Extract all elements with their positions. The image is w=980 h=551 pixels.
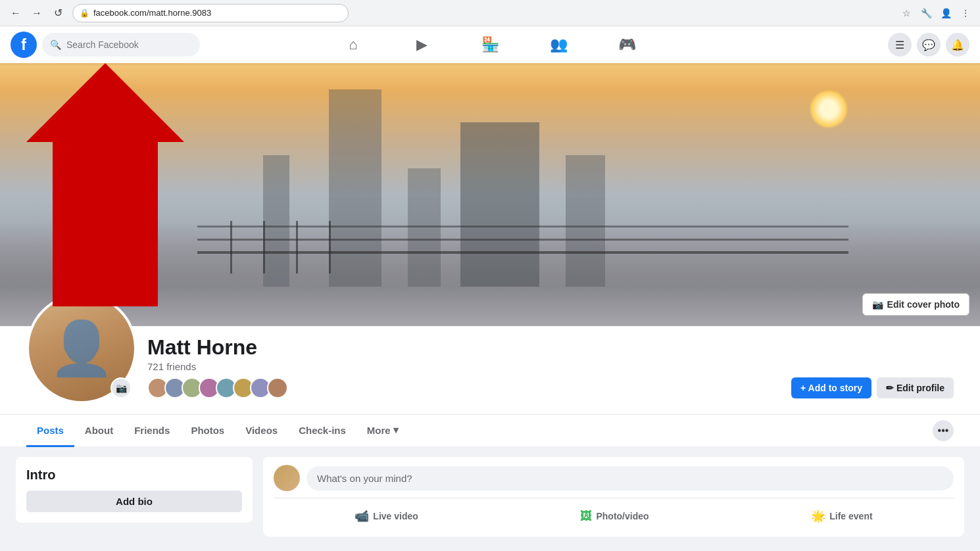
tab-friends[interactable]: Friends bbox=[124, 416, 180, 447]
avatar-camera-button[interactable]: 📷 bbox=[110, 377, 132, 398]
add-bio-label: Add bio bbox=[116, 496, 153, 507]
gaming-icon: 🎮 bbox=[618, 36, 636, 53]
intro-title: Intro bbox=[26, 467, 242, 483]
edit-profile-button[interactable]: ✏ Edit profile bbox=[877, 377, 954, 398]
building-2 bbox=[329, 89, 381, 287]
sun-decoration bbox=[809, 89, 848, 129]
search-bar[interactable]: 🔍 bbox=[42, 33, 200, 57]
nav-groups[interactable]: 👥 bbox=[526, 29, 591, 60]
refresh-button[interactable]: ↺ bbox=[49, 4, 67, 22]
live-video-action[interactable]: 📹 Live video bbox=[347, 504, 426, 529]
nav-watch[interactable]: ▶ bbox=[389, 29, 454, 60]
url-text: facebook.com/matt.horne.9083 bbox=[93, 8, 211, 18]
add-to-story-button[interactable]: + Add to story bbox=[791, 377, 871, 398]
bookmark-button[interactable]: ☆ bbox=[898, 5, 914, 21]
tab-more-label: More bbox=[367, 425, 391, 436]
tabs-more-options-button[interactable]: ••• bbox=[933, 420, 954, 441]
fence-bar-2 bbox=[197, 239, 848, 241]
photo-video-action[interactable]: 🖼 Photo/video bbox=[572, 504, 656, 529]
facebook-logo[interactable]: f bbox=[11, 32, 37, 58]
avatar-wrapper: 👤 📷 bbox=[26, 293, 137, 404]
building-4 bbox=[460, 122, 539, 287]
edit-cover-button[interactable]: 📷 Edit cover photo bbox=[862, 293, 969, 316]
profile-container: 📷 Edit cover photo 👤 📷 Matt Horne 721 bbox=[0, 63, 980, 446]
add-bio-button[interactable]: Add bio bbox=[26, 491, 242, 512]
marketplace-icon: 🏪 bbox=[481, 36, 499, 53]
composer-input[interactable]: What's on your mind? bbox=[306, 466, 954, 491]
post-composer: What's on your mind? 📹 Live video 🖼 Phot… bbox=[263, 457, 964, 537]
browser-actions: ☆ 🔧 👤 ⋮ bbox=[898, 5, 973, 21]
composer-placeholder: What's on your mind? bbox=[317, 473, 412, 484]
fence-post-1 bbox=[230, 221, 232, 274]
tab-friends-label: Friends bbox=[134, 425, 170, 436]
nav-notifications-btn[interactable]: 🔔 bbox=[946, 33, 969, 57]
nav-gaming[interactable]: 🎮 bbox=[594, 29, 660, 60]
friends-avatars-row bbox=[147, 377, 791, 398]
life-event-label: Life event bbox=[829, 511, 872, 521]
fence-post-4 bbox=[329, 221, 331, 274]
cover-fade bbox=[0, 287, 980, 326]
nav-marketplace[interactable]: 🏪 bbox=[457, 29, 523, 60]
life-event-icon: 🌟 bbox=[811, 509, 825, 523]
back-button[interactable]: ← bbox=[7, 4, 25, 22]
watch-icon: ▶ bbox=[416, 36, 428, 53]
photo-video-label: Photo/video bbox=[596, 511, 649, 521]
menu-button[interactable]: ⋮ bbox=[958, 5, 973, 21]
building-3 bbox=[408, 168, 441, 287]
building-5 bbox=[566, 155, 605, 287]
camera-icon: 📷 bbox=[116, 383, 127, 393]
tab-photos[interactable]: Photos bbox=[180, 416, 235, 447]
facebook-navbar: f 🔍 ⌂ ▶ 🏪 👥 🎮 ☰ 💬 🔔 bbox=[0, 26, 980, 63]
tab-posts-label: Posts bbox=[37, 425, 64, 436]
groups-icon: 👥 bbox=[550, 36, 568, 53]
profile-content: Intro Add bio What's on your mind? 📹 bbox=[0, 446, 980, 551]
building-1 bbox=[263, 155, 289, 287]
left-column: Intro Add bio bbox=[16, 457, 253, 547]
tab-checkins[interactable]: Check-ins bbox=[288, 416, 356, 447]
fence-bar-1 bbox=[197, 251, 848, 254]
tab-videos[interactable]: Videos bbox=[235, 416, 288, 447]
nav-menu-btn[interactable]: ☰ bbox=[888, 33, 912, 57]
nav-center: ⌂ ▶ 🏪 👥 🎮 bbox=[320, 29, 660, 60]
home-icon: ⌂ bbox=[349, 36, 357, 53]
profile-actions: + Add to story ✏ Edit profile bbox=[791, 377, 954, 404]
fence-post-2 bbox=[263, 221, 265, 274]
lock-icon: 🔒 bbox=[80, 9, 89, 18]
tab-more[interactable]: More ▾ bbox=[356, 415, 409, 447]
logo-letter: f bbox=[21, 36, 26, 54]
tab-photos-label: Photos bbox=[191, 425, 224, 436]
tab-about[interactable]: About bbox=[74, 416, 124, 447]
nav-messenger-btn[interactable]: 💬 bbox=[917, 33, 941, 57]
profile-button[interactable]: 👤 bbox=[938, 5, 954, 21]
composer-actions: 📹 Live video 🖼 Photo/video 🌟 Life event bbox=[274, 498, 954, 529]
friends-count: 721 friends bbox=[147, 361, 791, 372]
camera-icon: 📷 bbox=[872, 299, 883, 310]
life-event-action[interactable]: 🌟 Life event bbox=[803, 504, 880, 529]
fence-post-3 bbox=[296, 221, 298, 274]
tab-posts[interactable]: Posts bbox=[26, 416, 74, 447]
edit-profile-label: ✏ Edit profile bbox=[886, 383, 944, 393]
forward-button[interactable]: → bbox=[28, 4, 46, 22]
search-input[interactable] bbox=[66, 39, 192, 50]
cover-photo: 📷 Edit cover photo bbox=[0, 63, 980, 326]
page-wrapper: ← → ↺ 🔒 facebook.com/matt.horne.9083 ☆ 🔧… bbox=[0, 0, 980, 551]
address-bar[interactable]: 🔒 facebook.com/matt.horne.9083 bbox=[72, 4, 349, 22]
edit-cover-label: Edit cover photo bbox=[887, 299, 960, 310]
tab-videos-label: Videos bbox=[245, 425, 278, 436]
browser-nav-buttons: ← → ↺ bbox=[7, 4, 67, 22]
intro-card: Intro Add bio bbox=[16, 457, 253, 523]
avatar-placeholder: 👤 bbox=[49, 318, 114, 379]
browser-chrome: ← → ↺ 🔒 facebook.com/matt.horne.9083 ☆ 🔧… bbox=[0, 0, 980, 26]
profile-info-row: 👤 📷 Matt Horne 721 friends bbox=[0, 326, 980, 414]
add-story-label: + Add to story bbox=[800, 383, 862, 393]
tab-about-label: About bbox=[85, 425, 113, 436]
tab-checkins-label: Check-ins bbox=[299, 425, 346, 436]
search-icon: 🔍 bbox=[50, 39, 61, 50]
extension-button[interactable]: 🔧 bbox=[918, 5, 934, 21]
chevron-down-icon: ▾ bbox=[393, 424, 399, 436]
nav-home[interactable]: ⌂ bbox=[320, 29, 386, 60]
profile-name: Matt Horne bbox=[147, 335, 791, 360]
live-video-label: Live video bbox=[373, 511, 418, 521]
profile-name-section: Matt Horne 721 friends bbox=[147, 335, 791, 404]
friend-avatar-8 bbox=[267, 377, 288, 398]
